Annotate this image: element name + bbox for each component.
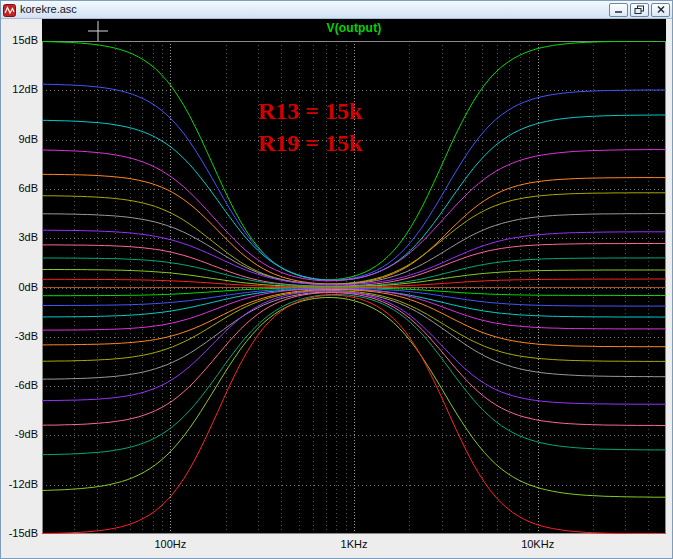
restore-button[interactable]	[630, 3, 649, 17]
plot-background: V(output) R13 = 15k R19 = 15k	[42, 19, 666, 534]
window-title: korekre.asc	[20, 1, 609, 18]
close-button[interactable]	[651, 3, 670, 17]
trace-label[interactable]: V(output)	[42, 21, 666, 35]
titlebar[interactable]: korekre.asc	[1, 1, 672, 19]
y-tick-label: 6dB	[1, 182, 38, 195]
close-icon	[656, 5, 666, 14]
plot-annotation: R13 = 15k R19 = 15k	[258, 95, 362, 159]
y-tick-label: 0dB	[1, 281, 38, 294]
x-tick-label: 1KHz	[341, 538, 368, 550]
annotation-line-2: R19 = 15k	[258, 127, 362, 159]
window-controls	[609, 3, 670, 17]
cursor-crosshair-icon	[88, 21, 108, 41]
minimize-icon	[613, 5, 624, 14]
plot-pane: V(output) R13 = 15k R19 = 15k 15dB12dB9d…	[1, 19, 672, 559]
y-tick-label: 3dB	[1, 231, 38, 244]
minimize-button[interactable]	[609, 3, 628, 17]
x-tick-label: 100Hz	[154, 538, 186, 550]
trace-curve	[42, 295, 666, 534]
restore-icon	[634, 5, 645, 15]
x-tick-label: 10KHz	[521, 538, 554, 550]
trace-curve	[42, 174, 666, 284]
annotation-line-1: R13 = 15k	[258, 95, 362, 127]
y-tick-label: -6dB	[1, 379, 38, 392]
y-tick-label: -3dB	[1, 330, 38, 343]
y-tick-label: 15dB	[1, 34, 38, 47]
y-tick-label: 12dB	[1, 83, 38, 96]
y-tick-label: -15dB	[1, 527, 38, 540]
y-tick-label: -9dB	[1, 428, 38, 441]
app-icon	[3, 3, 16, 16]
y-tick-label: 9dB	[1, 133, 38, 146]
ltspice-waveform-window: korekre.asc V(output	[0, 0, 673, 559]
y-tick-label: -12dB	[1, 478, 38, 491]
